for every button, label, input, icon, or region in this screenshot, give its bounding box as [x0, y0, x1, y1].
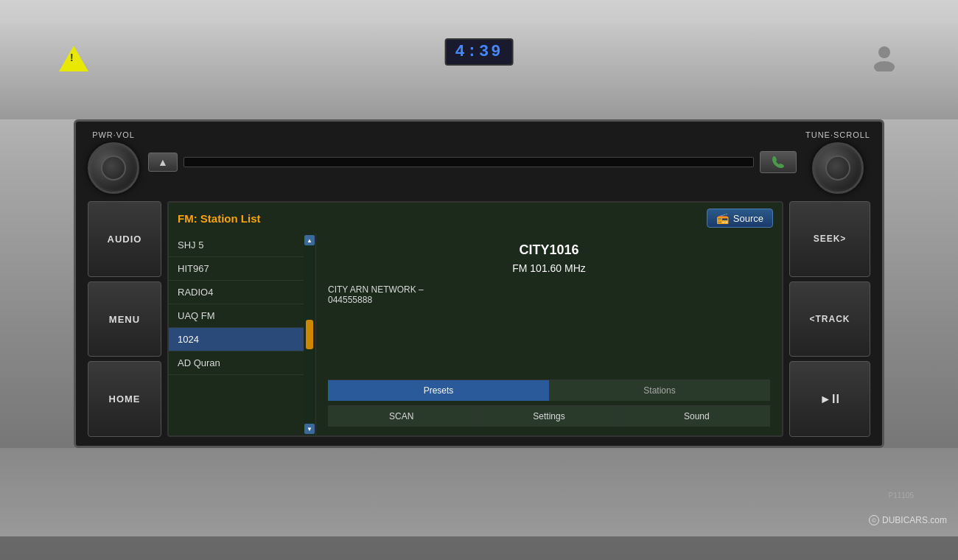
dubicars-text: DUBICARS.com [882, 515, 947, 525]
network-info: CITY ARN NETWORK – 044555888 [328, 284, 770, 305]
copyright-icon: © [869, 515, 879, 525]
phone-icon [771, 155, 786, 169]
stations-tab[interactable]: Stations [549, 380, 770, 401]
tune-scroll-label: TUNE·SCROLL [805, 130, 870, 139]
bottom-actions: SCAN Settings Sound [328, 405, 770, 427]
settings-button[interactable]: Settings [475, 406, 623, 427]
station-list: SHJ 5HIT967RADIO4UAQ FM1024AD Quran ▲ ▼ [169, 234, 316, 435]
source-icon: 📻 [716, 212, 729, 224]
radio-unit: PWR·VOL ▲ TUNE·SCROLL [74, 119, 884, 448]
pwr-vol-label: PWR·VOL [92, 130, 135, 139]
stations: SHJ 5HIT967RADIO4UAQ FM1024AD Quran [169, 234, 304, 435]
scroll-up[interactable]: ▲ [304, 235, 315, 245]
eject-button[interactable]: ▲ [148, 153, 178, 172]
station-item[interactable]: SHJ 5 [169, 234, 304, 257]
frequency: FM 101.60 MHz [328, 262, 770, 274]
middle-section: AUDIO MENU HOME FM: Station List 📻 Sourc… [88, 201, 870, 437]
screen-header: FM: Station List 📻 Source [169, 203, 782, 234]
left-buttons: AUDIO MENU HOME [88, 201, 161, 437]
presets-tab[interactable]: Presets [328, 380, 549, 401]
screen: FM: Station List 📻 Source SHJ 5HIT967RAD… [167, 201, 783, 437]
seek-button[interactable]: SEEK> [789, 201, 870, 277]
fm-title: FM: Station List [178, 212, 261, 225]
top-strip: PWR·VOL ▲ TUNE·SCROLL [88, 130, 870, 194]
cd-slot [183, 157, 754, 167]
dubicars-watermark: © DUBICARS.com [869, 515, 947, 525]
station-item[interactable]: HIT967 [169, 257, 304, 281]
scroll-down[interactable]: ▼ [304, 424, 315, 434]
home-button[interactable]: HOME [88, 361, 161, 437]
part-number: P11105 [889, 491, 914, 500]
svg-point-1 [874, 61, 895, 71]
sound-button[interactable]: Sound [623, 406, 770, 427]
clock-display: 4:39 [445, 38, 514, 66]
user-icon [870, 42, 899, 71]
info-panel: CITY1016 FM 101.60 MHz CITY ARN NETWORK … [316, 234, 782, 435]
menu-button[interactable]: MENU [88, 281, 161, 357]
car-radio: 4:39 PWR·VOL ▲ [0, 0, 958, 560]
pwr-vol-knob[interactable] [88, 142, 139, 194]
scan-button[interactable]: SCAN [328, 406, 475, 427]
warning-icon [59, 46, 88, 71]
station-name: CITY1016 [328, 242, 770, 258]
station-item[interactable]: UAQ FM [169, 304, 304, 328]
station-item[interactable]: 1024 [169, 328, 304, 351]
svg-point-0 [878, 46, 890, 58]
track-button[interactable]: <TRACK [789, 281, 870, 357]
source-button[interactable]: 📻 Source [707, 209, 773, 228]
right-buttons: SEEK> <TRACK ►II [789, 201, 870, 437]
source-label: Source [733, 213, 763, 224]
top-area: 4:39 [0, 24, 958, 119]
station-list-inner: SHJ 5HIT967RADIO4UAQ FM1024AD Quran ▲ ▼ [169, 234, 315, 435]
scrollbar: ▲ ▼ [304, 234, 315, 435]
tune-scroll-area: TUNE·SCROLL [805, 130, 870, 194]
bottom-area: P11105 © DUBICARS.com [0, 448, 958, 536]
screen-body: SHJ 5HIT967RADIO4UAQ FM1024AD Quran ▲ ▼ … [169, 234, 782, 435]
phone-button[interactable] [760, 151, 797, 173]
bottom-tabs: Presets Stations [328, 379, 770, 401]
station-item[interactable]: RADIO4 [169, 281, 304, 304]
audio-button[interactable]: AUDIO [88, 201, 161, 277]
cd-slot-area: ▲ [148, 151, 797, 173]
tune-scroll-knob[interactable] [812, 142, 864, 194]
station-item[interactable]: AD Quran [169, 351, 304, 375]
pwr-vol-area: PWR·VOL [88, 130, 139, 194]
play-pause-button[interactable]: ►II [789, 361, 870, 437]
scroll-thumb [306, 320, 313, 349]
